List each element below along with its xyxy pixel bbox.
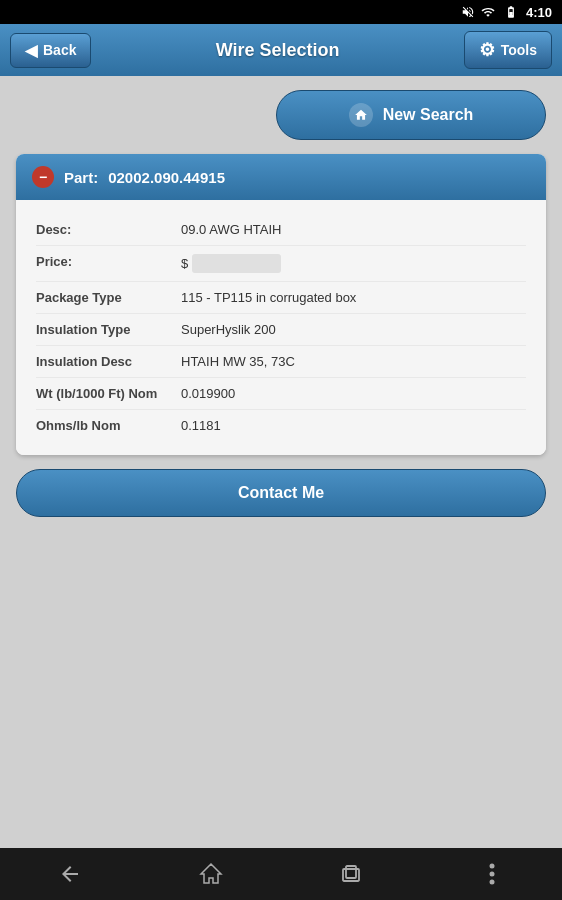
detail-row-weight: Wt (lb/1000 Ft) Nom 0.019900 <box>36 378 526 410</box>
detail-value-insulation-desc: HTAIH MW 35, 73C <box>181 354 526 369</box>
part-details: Desc: 09.0 AWG HTAIH Price: $ Package Ty… <box>16 200 546 455</box>
svg-rect-1 <box>509 12 513 15</box>
part-number: 02002.090.44915 <box>108 169 225 186</box>
bottom-recents-icon <box>339 862 363 886</box>
detail-label-ohms: Ohms/lb Nom <box>36 418 181 433</box>
bottom-home-icon <box>199 862 223 886</box>
new-search-button[interactable]: New Search <box>276 90 546 140</box>
detail-value-insulation-type: SuperHyslik 200 <box>181 322 526 337</box>
status-bar: 4:10 <box>0 0 562 24</box>
detail-row-insulation-desc: Insulation Desc HTAIH MW 35, 73C <box>36 346 526 378</box>
bottom-menu-button[interactable] <box>467 849 517 899</box>
tools-label: Tools <box>501 42 537 58</box>
svg-rect-3 <box>346 866 356 878</box>
bottom-nav-bar <box>0 848 562 900</box>
page-title: Wire Selection <box>216 40 340 61</box>
back-arrow-icon: ◀ <box>25 41 37 60</box>
bottom-home-button[interactable] <box>186 849 236 899</box>
battery-icon <box>501 5 521 19</box>
home-icon <box>349 103 373 127</box>
bottom-menu-icon <box>489 863 495 885</box>
part-card: − Part: 02002.090.44915 Desc: 09.0 AWG H… <box>16 154 546 455</box>
new-search-label: New Search <box>383 106 474 124</box>
mute-icon <box>461 5 475 19</box>
detail-value-price: $ <box>181 254 526 273</box>
detail-row-insulation-type: Insulation Type SuperHyslik 200 <box>36 314 526 346</box>
detail-row-price: Price: $ <box>36 246 526 282</box>
wifi-icon <box>480 5 496 19</box>
contact-me-label: Contact Me <box>238 484 324 502</box>
detail-label-price: Price: <box>36 254 181 269</box>
detail-row-package: Package Type 115 - TP115 in corrugated b… <box>36 282 526 314</box>
back-label: Back <box>43 42 76 58</box>
detail-label-package: Package Type <box>36 290 181 305</box>
main-content: New Search − Part: 02002.090.44915 Desc:… <box>0 76 562 848</box>
tools-button[interactable]: ⚙ Tools <box>464 31 552 69</box>
bottom-recents-button[interactable] <box>326 849 376 899</box>
detail-label-insulation-desc: Insulation Desc <box>36 354 181 369</box>
svg-point-6 <box>489 880 494 885</box>
part-label: Part: <box>64 169 98 186</box>
collapse-icon[interactable]: − <box>32 166 54 188</box>
price-redacted <box>192 254 281 273</box>
detail-label-weight: Wt (lb/1000 Ft) Nom <box>36 386 181 401</box>
nav-bar: ◀ Back Wire Selection ⚙ Tools <box>0 24 562 76</box>
contact-me-button[interactable]: Contact Me <box>16 469 546 517</box>
status-time: 4:10 <box>526 5 552 20</box>
price-currency: $ <box>181 256 188 271</box>
bottom-back-button[interactable] <box>45 849 95 899</box>
svg-point-4 <box>489 864 494 869</box>
back-button[interactable]: ◀ Back <box>10 33 91 68</box>
part-header: − Part: 02002.090.44915 <box>16 154 546 200</box>
detail-value-weight: 0.019900 <box>181 386 526 401</box>
detail-value-package: 115 - TP115 in corrugated box <box>181 290 526 305</box>
svg-point-5 <box>489 872 494 877</box>
bottom-back-icon <box>58 862 82 886</box>
detail-value-desc: 09.0 AWG HTAIH <box>181 222 526 237</box>
detail-row-desc: Desc: 09.0 AWG HTAIH <box>36 214 526 246</box>
status-icons: 4:10 <box>461 5 552 20</box>
detail-row-ohms: Ohms/lb Nom 0.1181 <box>36 410 526 441</box>
detail-value-ohms: 0.1181 <box>181 418 526 433</box>
detail-label-desc: Desc: <box>36 222 181 237</box>
detail-label-insulation-type: Insulation Type <box>36 322 181 337</box>
gear-icon: ⚙ <box>479 39 495 61</box>
